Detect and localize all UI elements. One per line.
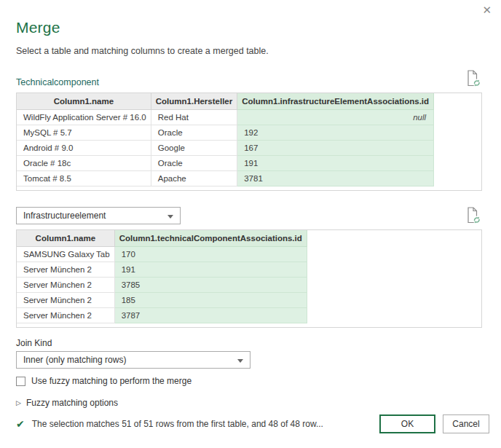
cell[interactable]: Oracle (151, 125, 237, 141)
success-check-icon: ✔ (16, 419, 25, 429)
fuzzy-matching-checkbox-row[interactable]: Use fuzzy matching to perform the merge (16, 376, 482, 386)
cell[interactable]: 170 (114, 247, 307, 262)
refresh-preview-icon[interactable] (466, 70, 482, 87)
cell[interactable]: Google (151, 141, 237, 156)
cell[interactable]: 185 (114, 293, 307, 308)
cell[interactable]: Oracle (151, 156, 237, 171)
column-header-infrastructure-id-selected[interactable]: Column1.infrastructureElementAssociation… (237, 93, 434, 110)
cell[interactable]: Red Hat (151, 110, 237, 125)
first-table-name-label: Technicalcomponent (16, 77, 99, 87)
cell[interactable]: Server München 2 (17, 278, 114, 293)
second-table-select-value: Infrastructureelement (23, 211, 106, 221)
fuzzy-matching-checkbox-label: Use fuzzy matching to perform the merge (31, 376, 192, 386)
cell[interactable]: 191 (237, 156, 434, 171)
status-message: ✔ The selection matches 51 of 51 rows fr… (16, 419, 323, 429)
second-table-preview: Column1.name Column1.technicalComponentA… (16, 229, 482, 328)
fuzzy-matching-checkbox[interactable] (16, 377, 25, 386)
table-row: Oracle # 18c Oracle 191 (17, 156, 434, 171)
table-row: Server München 2 191 (17, 262, 307, 278)
fuzzy-options-label: Fuzzy matching options (26, 398, 118, 408)
cancel-button[interactable]: Cancel (443, 414, 489, 433)
first-table-preview: Column1.name Column1.Hersteller Column1.… (16, 93, 482, 191)
column-header-technical-id-selected[interactable]: Column1.technicalComponentAssociations.i… (114, 230, 307, 247)
table-row: Android # 9.0 Google 167 (17, 141, 434, 156)
first-table-header-row: Column1.name Column1.Hersteller Column1.… (17, 93, 434, 110)
first-table: Column1.name Column1.Hersteller Column1.… (17, 93, 434, 186)
cell[interactable]: Server München 2 (17, 262, 114, 278)
table-row: Server München 2 3785 (17, 278, 307, 293)
table-row: Server München 2 185 (17, 293, 307, 308)
cell-null[interactable]: null (237, 110, 434, 125)
chevron-down-icon (167, 215, 173, 219)
dialog-footer: ✔ The selection matches 51 of 51 rows fr… (16, 414, 489, 433)
refresh-preview-icon[interactable] (466, 207, 482, 224)
cell[interactable]: SAMSUNG Galaxy Tab (17, 247, 114, 262)
table-row: Server München 2 3787 (17, 308, 307, 323)
status-text: The selection matches 51 of 51 rows from… (32, 419, 323, 429)
cell[interactable]: 3787 (114, 308, 307, 323)
expander-triangle-icon: ▷ (16, 400, 21, 406)
cell[interactable]: Server München 2 (17, 308, 114, 323)
table-row: WildFly Application Server # 16.0 Red Ha… (17, 110, 434, 125)
chevron-down-icon (237, 359, 243, 363)
second-table: Column1.name Column1.technicalComponentA… (17, 230, 307, 323)
join-kind-label: Join Kind (16, 338, 482, 348)
cell[interactable]: 3785 (114, 278, 307, 293)
merge-dialog: ✕ Merge Select a table and matching colu… (0, 0, 501, 448)
table-row: SAMSUNG Galaxy Tab 170 (17, 247, 307, 262)
cell[interactable]: Tomcat # 8.5 (17, 171, 151, 186)
cell[interactable]: 3781 (237, 171, 434, 186)
column-header-hersteller[interactable]: Column1.Hersteller (151, 93, 237, 110)
close-icon[interactable]: ✕ (482, 4, 492, 15)
column-header-name[interactable]: Column1.name (17, 93, 151, 110)
second-table-header-row: Column1.name Column1.technicalComponentA… (17, 230, 307, 247)
cell[interactable]: Android # 9.0 (17, 141, 151, 156)
cell[interactable]: WildFly Application Server # 16.0 (17, 110, 151, 125)
fuzzy-options-expander[interactable]: ▷ Fuzzy matching options (16, 398, 482, 408)
dialog-subtitle: Select a table and matching columns to c… (16, 46, 482, 56)
cell[interactable]: Server München 2 (17, 293, 114, 308)
page-title: Merge (16, 0, 482, 36)
cell[interactable]: 167 (237, 141, 434, 156)
table-row: MySQL # 5.7 Oracle 192 (17, 125, 434, 141)
cell[interactable]: 191 (114, 262, 307, 278)
second-table-select[interactable]: Infrastructureelement (16, 207, 181, 224)
column-header-name[interactable]: Column1.name (17, 230, 114, 247)
join-kind-select-value: Inner (only matching rows) (23, 355, 126, 365)
join-kind-select[interactable]: Inner (only matching rows) (16, 351, 250, 369)
ok-button[interactable]: OK (379, 414, 435, 433)
cell[interactable]: Apache (151, 171, 237, 186)
cell[interactable]: MySQL # 5.7 (17, 125, 151, 141)
cell[interactable]: 192 (237, 125, 434, 141)
cell[interactable]: Oracle # 18c (17, 156, 151, 171)
table-row: Tomcat # 8.5 Apache 3781 (17, 171, 434, 186)
